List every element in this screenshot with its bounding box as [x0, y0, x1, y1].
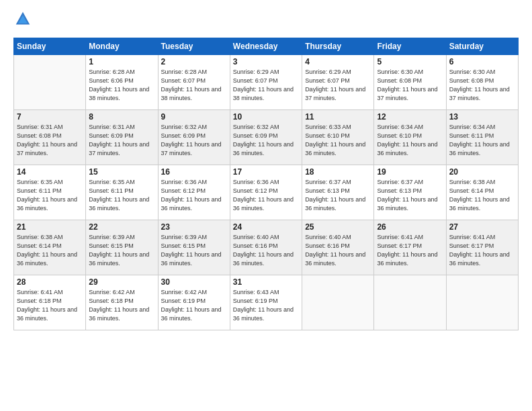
- calendar-cell: 17Sunrise: 6:36 AMSunset: 6:12 PMDayligh…: [230, 165, 302, 220]
- day-info: Sunrise: 6:35 AMSunset: 6:11 PMDaylight:…: [89, 178, 154, 213]
- header: [13, 12, 519, 31]
- day-number: 11: [305, 112, 371, 122]
- day-number: 10: [233, 112, 299, 122]
- day-number: 15: [89, 167, 154, 177]
- calendar-cell: 28Sunrise: 6:41 AMSunset: 6:18 PMDayligh…: [14, 275, 86, 330]
- calendar-cell: 20Sunrise: 6:38 AMSunset: 6:14 PMDayligh…: [446, 165, 518, 220]
- header-day: Monday: [86, 38, 158, 55]
- day-info: Sunrise: 6:34 AMSunset: 6:11 PMDaylight:…: [449, 123, 515, 158]
- day-info: Sunrise: 6:39 AMSunset: 6:15 PMDaylight:…: [161, 233, 227, 268]
- day-info: Sunrise: 6:43 AMSunset: 6:19 PMDaylight:…: [233, 288, 299, 323]
- calendar-cell: 21Sunrise: 6:38 AMSunset: 6:14 PMDayligh…: [14, 220, 86, 275]
- day-number: 21: [17, 222, 83, 232]
- day-info: Sunrise: 6:36 AMSunset: 6:12 PMDaylight:…: [161, 178, 227, 213]
- day-info: Sunrise: 6:40 AMSunset: 6:16 PMDaylight:…: [233, 233, 299, 268]
- day-info: Sunrise: 6:29 AMSunset: 6:07 PMDaylight:…: [305, 68, 371, 103]
- day-number: 27: [449, 222, 515, 232]
- day-info: Sunrise: 6:41 AMSunset: 6:17 PMDaylight:…: [449, 233, 515, 268]
- day-number: 20: [449, 167, 515, 177]
- day-number: 18: [305, 167, 371, 177]
- day-number: 4: [305, 57, 371, 66]
- calendar-cell: [446, 275, 518, 330]
- day-info: Sunrise: 6:41 AMSunset: 6:18 PMDaylight:…: [17, 288, 83, 323]
- day-info: Sunrise: 6:32 AMSunset: 6:09 PMDaylight:…: [161, 123, 227, 158]
- calendar-cell: [302, 275, 374, 330]
- day-number: 8: [89, 112, 154, 122]
- day-info: Sunrise: 6:33 AMSunset: 6:10 PMDaylight:…: [305, 123, 371, 158]
- header-day: Thursday: [302, 38, 374, 55]
- day-info: Sunrise: 6:40 AMSunset: 6:16 PMDaylight:…: [305, 233, 371, 268]
- calendar-cell: 25Sunrise: 6:40 AMSunset: 6:16 PMDayligh…: [302, 220, 374, 275]
- day-number: 30: [161, 277, 227, 287]
- calendar-cell: [14, 55, 86, 110]
- day-info: Sunrise: 6:42 AMSunset: 6:19 PMDaylight:…: [161, 288, 227, 323]
- header-day: Tuesday: [158, 38, 230, 55]
- day-info: Sunrise: 6:37 AMSunset: 6:13 PMDaylight:…: [305, 178, 371, 213]
- calendar-cell: 29Sunrise: 6:42 AMSunset: 6:18 PMDayligh…: [86, 275, 158, 330]
- day-number: 13: [449, 112, 515, 122]
- day-info: Sunrise: 6:30 AMSunset: 6:08 PMDaylight:…: [449, 68, 515, 103]
- calendar-cell: 7Sunrise: 6:31 AMSunset: 6:08 PMDaylight…: [14, 110, 86, 165]
- day-number: 29: [89, 277, 154, 287]
- day-number: 28: [17, 277, 83, 287]
- day-number: 19: [377, 167, 443, 177]
- day-info: Sunrise: 6:30 AMSunset: 6:08 PMDaylight:…: [377, 68, 443, 103]
- day-info: Sunrise: 6:34 AMSunset: 6:10 PMDaylight:…: [377, 123, 443, 158]
- calendar-cell: 13Sunrise: 6:34 AMSunset: 6:11 PMDayligh…: [446, 110, 518, 165]
- calendar-cell: 26Sunrise: 6:41 AMSunset: 6:17 PMDayligh…: [374, 220, 446, 275]
- day-number: 12: [377, 112, 443, 122]
- day-info: Sunrise: 6:37 AMSunset: 6:13 PMDaylight:…: [377, 178, 443, 213]
- day-number: 24: [233, 222, 299, 232]
- day-number: 25: [305, 222, 371, 232]
- day-number: 1: [89, 57, 154, 66]
- calendar-cell: 11Sunrise: 6:33 AMSunset: 6:10 PMDayligh…: [302, 110, 374, 165]
- calendar-cell: 18Sunrise: 6:37 AMSunset: 6:13 PMDayligh…: [302, 165, 374, 220]
- calendar-cell: 16Sunrise: 6:36 AMSunset: 6:12 PMDayligh…: [158, 165, 230, 220]
- day-number: 22: [89, 222, 154, 232]
- calendar-cell: 24Sunrise: 6:40 AMSunset: 6:16 PMDayligh…: [230, 220, 302, 275]
- calendar-week-row: 21Sunrise: 6:38 AMSunset: 6:14 PMDayligh…: [14, 220, 519, 275]
- calendar-cell: 12Sunrise: 6:34 AMSunset: 6:10 PMDayligh…: [374, 110, 446, 165]
- calendar-cell: 4Sunrise: 6:29 AMSunset: 6:07 PMDaylight…: [302, 55, 374, 110]
- day-number: 17: [233, 167, 299, 177]
- calendar-cell: 8Sunrise: 6:31 AMSunset: 6:09 PMDaylight…: [86, 110, 158, 165]
- calendar-week-row: 28Sunrise: 6:41 AMSunset: 6:18 PMDayligh…: [14, 275, 519, 330]
- calendar-cell: 19Sunrise: 6:37 AMSunset: 6:13 PMDayligh…: [374, 165, 446, 220]
- calendar-cell: 6Sunrise: 6:30 AMSunset: 6:08 PMDaylight…: [446, 55, 518, 110]
- calendar-cell: 30Sunrise: 6:42 AMSunset: 6:19 PMDayligh…: [158, 275, 230, 330]
- day-info: Sunrise: 6:42 AMSunset: 6:18 PMDaylight:…: [89, 288, 154, 323]
- day-number: 31: [233, 277, 299, 287]
- header-day: Friday: [374, 38, 446, 55]
- calendar-week-row: 7Sunrise: 6:31 AMSunset: 6:08 PMDaylight…: [14, 110, 519, 165]
- day-number: 6: [449, 57, 515, 66]
- calendar: SundayMondayTuesdayWednesdayThursdayFrid…: [13, 38, 519, 330]
- logo-icon: [15, 11, 31, 27]
- calendar-cell: 31Sunrise: 6:43 AMSunset: 6:19 PMDayligh…: [230, 275, 302, 330]
- day-number: 9: [161, 112, 227, 122]
- day-number: 23: [161, 222, 227, 232]
- calendar-cell: 15Sunrise: 6:35 AMSunset: 6:11 PMDayligh…: [86, 165, 158, 220]
- calendar-week-row: 1Sunrise: 6:28 AMSunset: 6:06 PMDaylight…: [14, 55, 519, 110]
- day-number: 14: [17, 167, 83, 177]
- day-info: Sunrise: 6:39 AMSunset: 6:15 PMDaylight:…: [89, 233, 154, 268]
- calendar-cell: 10Sunrise: 6:32 AMSunset: 6:09 PMDayligh…: [230, 110, 302, 165]
- day-info: Sunrise: 6:32 AMSunset: 6:09 PMDaylight:…: [233, 123, 299, 158]
- day-info: Sunrise: 6:35 AMSunset: 6:11 PMDaylight:…: [17, 178, 83, 213]
- calendar-cell: 23Sunrise: 6:39 AMSunset: 6:15 PMDayligh…: [158, 220, 230, 275]
- calendar-cell: 3Sunrise: 6:29 AMSunset: 6:07 PMDaylight…: [230, 55, 302, 110]
- header-day: Sunday: [14, 38, 86, 55]
- day-info: Sunrise: 6:31 AMSunset: 6:09 PMDaylight:…: [89, 123, 154, 158]
- day-info: Sunrise: 6:28 AMSunset: 6:07 PMDaylight:…: [161, 68, 227, 103]
- day-number: 3: [233, 57, 299, 66]
- day-info: Sunrise: 6:38 AMSunset: 6:14 PMDaylight:…: [17, 233, 83, 268]
- calendar-cell: 14Sunrise: 6:35 AMSunset: 6:11 PMDayligh…: [14, 165, 86, 220]
- day-number: 5: [377, 57, 443, 66]
- day-info: Sunrise: 6:36 AMSunset: 6:12 PMDaylight:…: [233, 178, 299, 213]
- header-row: SundayMondayTuesdayWednesdayThursdayFrid…: [14, 38, 519, 55]
- calendar-week-row: 14Sunrise: 6:35 AMSunset: 6:11 PMDayligh…: [14, 165, 519, 220]
- calendar-cell: 1Sunrise: 6:28 AMSunset: 6:06 PMDaylight…: [86, 55, 158, 110]
- header-day: Wednesday: [230, 38, 302, 55]
- day-info: Sunrise: 6:41 AMSunset: 6:17 PMDaylight:…: [377, 233, 443, 268]
- day-number: 26: [377, 222, 443, 232]
- header-day: Saturday: [446, 38, 518, 55]
